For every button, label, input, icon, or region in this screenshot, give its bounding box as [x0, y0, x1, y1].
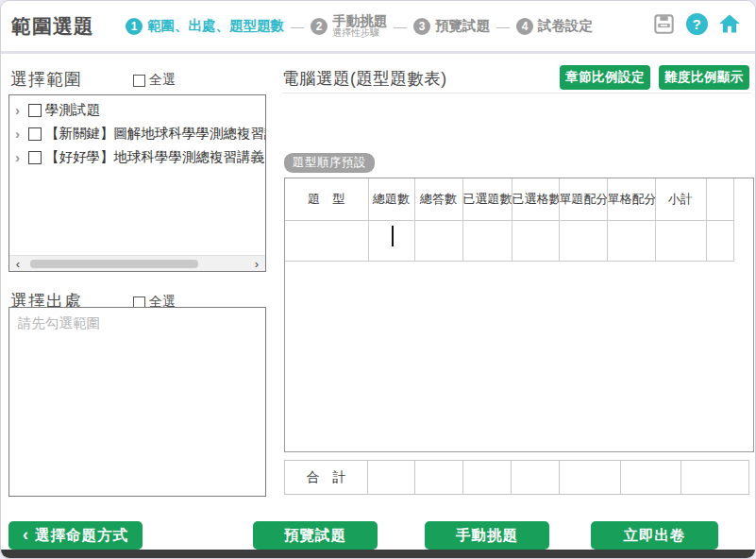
cell-question-type[interactable] — [285, 220, 368, 261]
generate-paper-button[interactable]: 立即出卷 — [591, 521, 718, 550]
range-tree-panel: › 學測試題 › 【新關鍵】圖解地球科學學測總複習講義 › 【好好學】地球科學學… — [8, 94, 266, 272]
tree-item[interactable]: › 【新關鍵】圖解地球科學學測總複習講義 — [9, 122, 265, 145]
step-1-number: 1 — [126, 18, 143, 35]
step-4-label: 試卷設定 — [538, 19, 593, 33]
tree-item-label: 【新關鍵】圖解地球科學學測總複習講義 — [45, 125, 265, 143]
app-window: 範圍選題 1 範圍、出處、題型題數 — 2 手動挑題 選擇性步驟 — 3 預 — [0, 0, 756, 559]
col-header-selected-questions: 已選題數 — [462, 178, 512, 220]
step-2-label: 手動挑題 — [332, 14, 387, 28]
tree-item-checkbox[interactable] — [28, 127, 42, 141]
col-header-points-per-blank: 單格配分 — [607, 178, 655, 220]
col-header-question-type: 題 型 — [285, 178, 368, 220]
tree-item-checkbox[interactable] — [28, 151, 42, 164]
preview-questions-button[interactable]: 預覽試題 — [253, 521, 378, 550]
step-4-settings[interactable]: 4 試卷設定 — [516, 18, 593, 35]
col-header-total-answers: 總答數 — [414, 178, 462, 220]
computer-selection-title: 電腦選題(題型題數表) — [282, 67, 447, 90]
range-select-all-label: 全選 — [149, 72, 176, 89]
col-header-subtotal: 小計 — [655, 178, 706, 220]
save-icon[interactable] — [651, 11, 676, 36]
col-header-points-per-question: 單題配分 — [559, 178, 607, 220]
difficulty-ratio-button[interactable]: 難度比例顯示 — [659, 65, 749, 90]
question-type-table-container: 題 型 總題數 總答數 已選題數 已選格數 單題配分 單格配分 小計 — [284, 178, 754, 452]
header-divider — [1, 51, 755, 54]
step-separator: — — [291, 19, 304, 34]
step-2-sublabel: 選擇性步驟 — [332, 28, 387, 39]
total-cell — [560, 461, 621, 495]
total-label-cell: 合 計 — [285, 461, 368, 495]
total-cell — [621, 461, 681, 495]
scroll-right-icon[interactable]: › — [250, 256, 263, 271]
total-cell — [512, 461, 560, 495]
step-1-label: 範圍、出處、題型題數 — [147, 19, 284, 33]
step-3-number: 3 — [413, 18, 430, 35]
panel-divider — [282, 93, 751, 93]
total-row-table: 合 計 — [284, 460, 749, 495]
cell-points-per-question[interactable] — [559, 220, 607, 261]
range-section-title: 選擇範圍 — [10, 68, 82, 91]
range-select-all[interactable]: 全選 — [133, 72, 176, 89]
tree-item-label: 【好好學】地球科學學測總複習講義 實力 — [45, 148, 265, 166]
total-row: 合 計 — [285, 461, 749, 495]
bottom-edge-strip — [1, 550, 755, 558]
total-cell — [415, 461, 463, 495]
question-type-order-preset-button[interactable]: 題型順序預設 — [284, 153, 375, 173]
cell-blank — [706, 220, 733, 261]
cell-points-per-blank[interactable] — [607, 220, 655, 261]
scroll-left-icon[interactable]: ‹ — [11, 256, 25, 271]
source-placeholder-text: 請先勾選範圍 — [18, 314, 100, 332]
back-chevron-icon: ‹ — [23, 525, 29, 545]
cell-selected-questions[interactable] — [462, 220, 512, 261]
scrollbar-thumb[interactable] — [30, 260, 198, 268]
total-cell — [463, 461, 512, 495]
step-2-manual-pick[interactable]: 2 手動挑題 選擇性步驟 — [311, 14, 387, 39]
text-caret — [392, 226, 394, 246]
cell-subtotal[interactable] — [655, 220, 706, 261]
page-title: 範圍選題 — [11, 13, 94, 40]
total-cell — [681, 461, 749, 495]
help-icon[interactable]: ? — [684, 11, 709, 36]
step-indicator: 1 範圍、出處、題型題數 — 2 手動挑題 選擇性步驟 — 3 預覽試題 — [126, 1, 593, 51]
expand-chevron-icon[interactable]: › — [15, 102, 28, 118]
cell-total-answers[interactable] — [414, 220, 462, 261]
expand-chevron-icon[interactable]: › — [15, 126, 28, 142]
step-4-number: 4 — [516, 18, 533, 35]
table-header-row: 題 型 總題數 總答數 已選題數 已選格數 單題配分 單格配分 小計 — [285, 178, 733, 220]
col-header-selected-blanks: 已選格數 — [512, 178, 559, 220]
step-1-range[interactable]: 1 範圍、出處、題型題數 — [126, 18, 284, 35]
chapter-ratio-button[interactable]: 章節比例設定 — [560, 65, 650, 90]
step-separator: — — [394, 19, 407, 34]
range-select-all-checkbox[interactable] — [133, 75, 145, 87]
table-row — [285, 220, 733, 261]
horizontal-scrollbar[interactable]: ‹ › — [9, 255, 265, 271]
total-cell — [368, 461, 415, 495]
tree-item-checkbox[interactable] — [28, 104, 42, 117]
question-type-table: 題 型 總題數 總答數 已選題數 已選格數 單題配分 單格配分 小計 — [285, 178, 734, 262]
tree-item[interactable]: › 學測試題 — [9, 98, 265, 122]
header: 範圍選題 1 範圍、出處、題型題數 — 2 手動挑題 選擇性步驟 — 3 預 — [1, 1, 755, 51]
col-header-total-questions: 總題數 — [368, 178, 414, 220]
step-2-number: 2 — [311, 18, 328, 35]
step-3-label: 預覽試題 — [435, 19, 490, 33]
tree-item-label: 學測試題 — [45, 101, 100, 119]
step-separator: — — [496, 19, 510, 34]
step-3-preview[interactable]: 3 預覽試題 — [413, 18, 490, 35]
manual-pick-button[interactable]: 手動挑題 — [425, 521, 549, 550]
back-to-method-button[interactable]: ‹ 選擇命題方式 — [8, 521, 143, 550]
col-header-blank — [706, 178, 733, 220]
source-list-panel: 請先勾選範圍 — [8, 307, 266, 497]
home-icon[interactable] — [717, 11, 742, 36]
cell-selected-blanks[interactable] — [512, 220, 559, 261]
tree-item[interactable]: › 【好好學】地球科學學測總複習講義 實力 — [9, 145, 265, 169]
expand-chevron-icon[interactable]: › — [15, 149, 28, 165]
back-button-label: 選擇命題方式 — [35, 526, 128, 546]
